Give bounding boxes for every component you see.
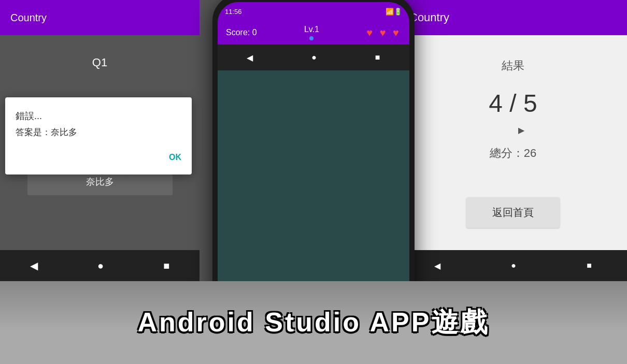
bottom-banner: Android Studio APP遊戲 [0, 281, 627, 364]
right-nav-back[interactable]: ◀ [434, 261, 440, 271]
right-nav: ◀ ● ■ [399, 250, 627, 281]
left-nav: ◀ ● ■ [0, 250, 200, 281]
right-nav-home[interactable]: ● [511, 261, 516, 270]
level-label: Lv.1 [304, 25, 319, 34]
score-fraction: 4 / 5 [489, 89, 537, 118]
right-body: 結果 4 / 5 ▶ 總分：26 返回首頁 [399, 35, 627, 250]
left-body: Q1 緬甸 錯誤... 答案是：奈比多 OK 馬圭 奈比多 ▶ [0, 35, 200, 250]
center-phone: 11:56 📶🔋 Score: 0 Lv.1 ♥ ♥ ♥ [212, 0, 415, 281]
question-label: Q1 [92, 56, 107, 69]
banner-text: Android Studio APP遊戲 [138, 304, 490, 341]
nav-square-icon[interactable]: ■ [163, 260, 169, 272]
phone-nav-square[interactable]: ■ [375, 53, 380, 62]
score-label: Score: 0 [226, 28, 257, 37]
level-dot [309, 36, 314, 40]
main-content: Country Q1 緬甸 錯誤... 答案是：奈比多 OK 馬圭 奈比多 ▶ … [0, 0, 627, 281]
phone-bottom-bar: ◀ ● ■ [218, 45, 409, 70]
dialog-title: 錯誤... [16, 110, 181, 122]
phone-nav-back[interactable]: ◀ [247, 53, 253, 63]
total-score: 總分：26 [490, 145, 536, 161]
error-dialog: 錯誤... 答案是：奈比多 OK [5, 97, 192, 174]
left-title: Country [10, 12, 47, 24]
home-button[interactable]: 返回首頁 [466, 197, 560, 228]
phone-time: 11:56 [225, 8, 242, 16]
phone-status-icons: 📶🔋 [386, 8, 402, 16]
right-nav-square[interactable]: ■ [587, 261, 592, 270]
nav-home-icon[interactable]: ● [97, 260, 104, 272]
dialog-body: 答案是：奈比多 [16, 126, 181, 138]
phone-status-bar: 11:56 📶🔋 [218, 2, 409, 21]
result-cursor: ▶ [518, 125, 524, 135]
phone-game-header: Score: 0 Lv.1 ♥ ♥ ♥ [218, 21, 409, 45]
nav-back-icon[interactable]: ◀ [30, 259, 38, 272]
phone-nav-home[interactable]: ● [311, 53, 317, 62]
phone-screen: 11:56 📶🔋 Score: 0 Lv.1 ♥ ♥ ♥ [218, 2, 409, 281]
phone-body: 11:56 📶🔋 Score: 0 Lv.1 ♥ ♥ ♥ [212, 0, 415, 281]
left-header: Country [0, 0, 200, 35]
right-title: Country [409, 11, 449, 24]
dialog-ok-button[interactable]: OK [16, 149, 181, 166]
result-label: 結果 [502, 58, 524, 74]
right-panel: Country 結果 4 / 5 ▶ 總分：26 返回首頁 ◀ ● ■ [399, 0, 627, 281]
left-panel: Country Q1 緬甸 錯誤... 答案是：奈比多 OK 馬圭 奈比多 ▶ … [0, 0, 200, 281]
right-header: Country [399, 0, 627, 35]
hearts-display: ♥ ♥ ♥ [366, 27, 401, 39]
